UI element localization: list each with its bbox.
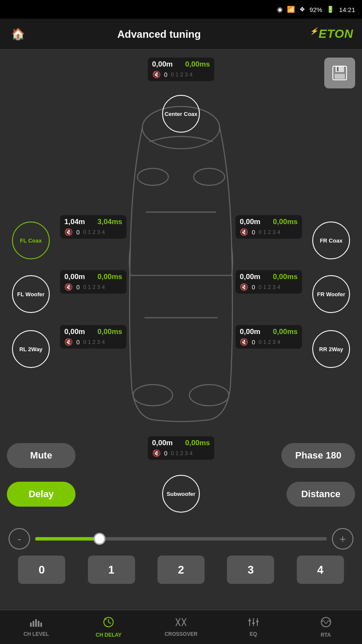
battery-icon: 🔋 <box>326 6 335 13</box>
page-title: Advanced tuning <box>9 28 310 40</box>
bottom-navigation: CH LEVEL CH DELAY CROSSOVER <box>0 610 362 644</box>
svg-rect-10 <box>33 621 34 627</box>
rta-icon <box>320 617 332 630</box>
brand-logo: ⚡ETON <box>310 27 353 41</box>
center-dist: 0,00m <box>152 60 173 69</box>
fr-woofer-steps: 0 1 2 3 4 <box>259 284 281 290</box>
svg-rect-11 <box>35 619 37 627</box>
rr-dist: 0,00m <box>240 328 260 336</box>
fr-mute-icon: 🔇 <box>240 228 248 236</box>
center-time: 0,00ms <box>185 60 210 69</box>
phase180-button[interactable]: Phase 180 <box>281 443 355 468</box>
svg-point-1 <box>133 385 172 406</box>
slider-area: - + <box>0 528 362 550</box>
slider-thumb[interactable] <box>94 533 106 545</box>
rl-time: 0,00ms <box>97 328 122 336</box>
ch-delay-icon <box>103 617 114 630</box>
slider-fill <box>35 537 100 541</box>
center-steps: 0 1 2 3 4 <box>171 71 193 78</box>
fr-woofer-box[interactable]: 0,00m 0,00ms 🔇 0 0 1 2 3 4 <box>235 270 302 294</box>
nav-eq[interactable]: EQ <box>217 610 290 644</box>
fr-woofer-circle[interactable]: FR Woofer <box>312 275 350 313</box>
svg-rect-7 <box>335 74 345 79</box>
save-button[interactable] <box>324 58 355 88</box>
fl-coax-circle[interactable]: FL Coax <box>12 222 50 259</box>
nav-ch-level[interactable]: CH LEVEL <box>0 610 72 644</box>
nav-crossover[interactable]: CROSSOVER <box>145 610 217 644</box>
rl-steps: 0 1 2 3 4 <box>83 339 105 345</box>
wifi-icon: 📶 <box>287 6 295 13</box>
slider-minus-button[interactable]: - <box>9 528 30 550</box>
center-mute-icon: 🔇 <box>152 70 161 79</box>
svg-rect-19 <box>252 623 255 624</box>
center-coax-circle[interactable]: Center Coax <box>162 95 200 133</box>
fl-dist: 1,04m <box>64 218 85 226</box>
rr-circle[interactable]: RR 2Way <box>312 330 350 368</box>
rl-dist: 0,00m <box>64 328 85 336</box>
center-coax-box[interactable]: 0,00m 0,00ms 🔇 0 0 1 2 3 4 <box>148 58 214 81</box>
nav-rta[interactable]: RTA <box>290 610 362 644</box>
fl-woofer-mute-icon: 🔇 <box>64 283 73 291</box>
mute-phase-row: Mute Phase 180 <box>7 443 355 468</box>
num-button-4[interactable]: 4 <box>297 556 344 584</box>
eq-icon <box>248 617 259 629</box>
rl-mute-icon: 🔇 <box>64 338 73 346</box>
slider-track[interactable] <box>35 537 327 541</box>
ch-level-icon <box>30 617 42 629</box>
fl-woofer-dist: 0,00m <box>64 273 85 281</box>
battery-level: 92% <box>309 6 322 13</box>
delay-button[interactable]: Delay <box>7 482 75 507</box>
rr-mute-icon: 🔇 <box>240 338 248 346</box>
crossover-icon <box>175 617 187 629</box>
slider-plus-button[interactable]: + <box>332 528 353 550</box>
rr-time: 0,00ms <box>273 328 298 336</box>
svg-point-3 <box>137 168 168 185</box>
fr-woofer-time: 0,00ms <box>273 273 298 281</box>
svg-point-4 <box>194 168 225 185</box>
svg-rect-12 <box>38 621 39 627</box>
svg-rect-6 <box>335 66 344 72</box>
svg-rect-13 <box>40 623 42 627</box>
svg-rect-9 <box>30 623 32 627</box>
num-button-3[interactable]: 3 <box>227 556 274 584</box>
num-button-0[interactable]: 0 <box>18 556 65 584</box>
fl-mute-icon: 🔇 <box>64 228 73 236</box>
svg-rect-8 <box>337 67 338 71</box>
fl-woofer-box[interactable]: 0,00m 0,00ms 🔇 0 0 1 2 3 4 <box>60 270 127 294</box>
fr-dist: 0,00m <box>240 218 260 226</box>
fl-steps: 0 1 2 3 4 <box>83 229 105 235</box>
channel-number-buttons: 0 1 2 3 4 <box>0 556 362 584</box>
svg-point-21 <box>321 617 331 627</box>
fl-woofer-circle[interactable]: FL Woofer <box>12 275 50 313</box>
rr-steps: 0 1 2 3 4 <box>259 339 281 345</box>
rl-box[interactable]: 0,00m 0,00ms 🔇 0 0 1 2 3 4 <box>60 325 127 349</box>
main-content: 0,00m 0,00ms 🔇 0 0 1 2 3 4 Center Coax F… <box>0 50 362 610</box>
svg-point-2 <box>190 385 229 406</box>
fr-time: 0,00ms <box>273 218 298 226</box>
num-button-1[interactable]: 1 <box>88 556 135 584</box>
fl-time: 3,04ms <box>97 218 122 226</box>
fl-woofer-steps: 0 1 2 3 4 <box>83 284 105 290</box>
fr-coax-box[interactable]: 0,00m 0,00ms 🔇 0 0 1 2 3 4 <box>235 215 302 239</box>
signal-icon: ❖ <box>299 6 305 13</box>
header: 🏠 Advanced tuning ⚡ETON <box>0 19 362 50</box>
status-bar: ◉ 📶 ❖ 92% 🔋 14:21 <box>0 0 362 19</box>
rr-box[interactable]: 0,00m 0,00ms 🔇 0 0 1 2 3 4 <box>235 325 302 349</box>
fl-coax-box[interactable]: 1,04m 3,04ms 🔇 0 0 1 2 3 4 <box>60 215 127 239</box>
time-display: 14:21 <box>339 6 355 13</box>
fl-woofer-time: 0,00ms <box>97 273 122 281</box>
num-button-2[interactable]: 2 <box>157 556 205 584</box>
mute-button[interactable]: Mute <box>7 443 75 468</box>
fr-coax-circle[interactable]: FR Coax <box>312 222 350 259</box>
fr-steps: 0 1 2 3 4 <box>259 229 281 235</box>
bluetooth-icon: ◉ <box>277 6 283 13</box>
delay-distance-row: Delay Distance <box>7 482 355 507</box>
fr-woofer-mute-icon: 🔇 <box>240 283 248 291</box>
rl-circle[interactable]: RL 2Way <box>12 330 50 368</box>
svg-rect-18 <box>248 620 251 621</box>
svg-rect-20 <box>256 621 259 622</box>
fr-woofer-dist: 0,00m <box>240 273 260 281</box>
nav-ch-delay[interactable]: CH DELAY <box>72 610 145 644</box>
distance-button[interactable]: Distance <box>287 482 355 507</box>
